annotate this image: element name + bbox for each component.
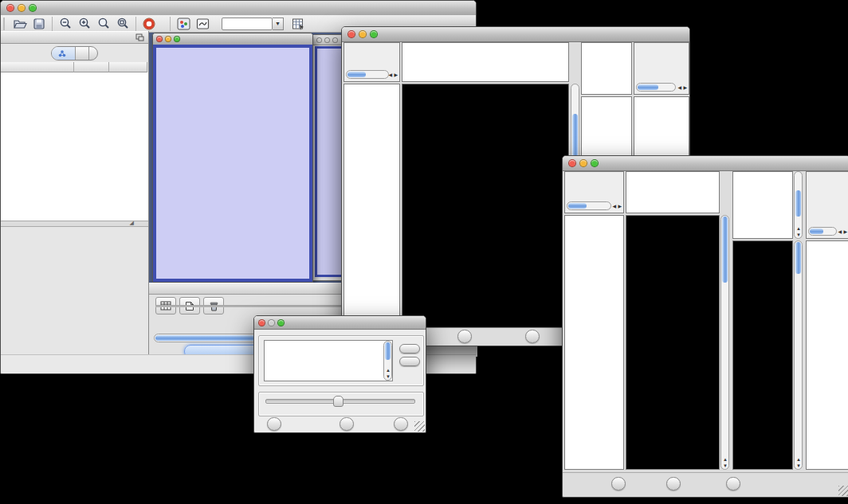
scroll-right-icon[interactable]: ▶ (618, 204, 622, 209)
search-input[interactable] (222, 18, 273, 30)
tab-network[interactable] (52, 47, 76, 60)
zoom-out-icon[interactable] (56, 15, 75, 33)
settings-button[interactable] (611, 477, 626, 490)
scroll-up-icon[interactable]: ▲ (723, 457, 728, 462)
usage-hints-hscroll[interactable] (636, 83, 676, 92)
tv2-column-dendrogram[interactable] (626, 171, 720, 213)
zoom-in-icon[interactable] (75, 15, 94, 33)
tv2-zoom-heatmap[interactable] (732, 240, 793, 470)
export-graphics-button[interactable] (457, 330, 472, 343)
usage-hints-title (807, 172, 848, 174)
flip-tree-button[interactable] (525, 330, 540, 343)
tv2-genelist-vscroll[interactable]: ▲ ▼ (794, 240, 803, 470)
main-title-bar[interactable] (1, 1, 476, 16)
import-table-icon[interactable] (289, 15, 308, 33)
tv2-labels-vscroll[interactable]: ▲ ▼ (794, 171, 803, 239)
tab-overflow-arrow[interactable] (89, 47, 97, 60)
scroll-down-icon[interactable]: ▼ (386, 374, 391, 379)
minimize-icon[interactable] (165, 36, 171, 42)
zoom-window-icon[interactable] (174, 36, 180, 42)
attribute-list-vscroll[interactable]: ▲ ▼ (383, 341, 392, 381)
scroll-right-icon[interactable]: ▶ (683, 85, 687, 90)
col-nodes[interactable] (74, 62, 109, 72)
col-id[interactable] (155, 305, 202, 307)
network-view-titlebar[interactable] (153, 33, 312, 45)
close-icon[interactable] (156, 36, 163, 42)
scroll-left-icon[interactable]: ◀ (838, 229, 842, 234)
tv2-heatmap[interactable] (626, 215, 720, 470)
tv1-yellow-matrix[interactable] (584, 99, 622, 137)
network-view-window[interactable] (152, 33, 313, 283)
view-status-hscroll[interactable] (567, 201, 611, 210)
col-network[interactable] (1, 62, 74, 72)
cytopanel-toggle-icon[interactable] (174, 15, 193, 33)
zoom-window-icon[interactable] (29, 4, 37, 12)
tv2-row-dendrogram[interactable] (564, 215, 624, 470)
close-icon[interactable] (316, 37, 322, 43)
tv1-view-status-panel: ◀ ▶ (344, 42, 400, 82)
close-icon[interactable] (347, 30, 355, 38)
export-graphics-button[interactable] (726, 477, 740, 490)
birdseye-canvas[interactable] (2, 262, 147, 354)
treeview2-titlebar[interactable] (563, 156, 848, 171)
tv1-heatmap[interactable] (402, 84, 569, 328)
move-up-button[interactable] (399, 344, 420, 354)
scroll-left-icon[interactable]: ◀ (612, 204, 616, 209)
toolbar-separator (135, 17, 136, 31)
search-dropdown-icon[interactable]: ▼ (273, 18, 284, 30)
speed-slider-thumb[interactable] (333, 396, 344, 407)
close-icon[interactable] (258, 319, 265, 326)
done-button[interactable] (394, 417, 408, 431)
dialog-titlebar[interactable] (254, 316, 426, 330)
zoom-window-icon[interactable] (591, 159, 599, 167)
resize-grip[interactable] (838, 486, 848, 496)
view-status-hscroll[interactable] (346, 70, 389, 79)
toolbar-grip[interactable] (3, 18, 7, 30)
grid-network-canvas[interactable] (317, 87, 343, 283)
help-lifering-icon[interactable] (139, 15, 159, 33)
scroll-left-icon[interactable]: ◀ (388, 72, 392, 77)
move-down-button[interactable] (399, 357, 420, 366)
scroll-down-icon[interactable]: ▼ (796, 463, 801, 468)
animate-vizmap-button[interactable] (267, 417, 281, 431)
minimize-icon[interactable] (268, 319, 275, 326)
scroll-down-icon[interactable]: ▼ (796, 232, 801, 237)
tv1-row-dendrogram[interactable] (344, 84, 400, 328)
scroll-right-icon[interactable]: ▶ (843, 229, 847, 234)
minimize-icon[interactable] (359, 30, 367, 38)
zoom-selected-icon[interactable] (94, 15, 113, 33)
save-icon[interactable] (29, 15, 49, 33)
minimize-icon[interactable] (579, 159, 587, 167)
treeview2-window: ◀ ▶ ▲ ▼ ▲ ▼ ◀ ▶ (562, 155, 848, 498)
scroll-left-icon[interactable]: ◀ (677, 85, 681, 90)
zoom-window-icon[interactable] (332, 37, 338, 43)
zoom-fit-icon[interactable] (113, 15, 132, 33)
save-data-button[interactable] (666, 477, 681, 490)
network-tab-icon (58, 50, 66, 57)
col-edges[interactable] (109, 62, 147, 72)
scroll-down-icon[interactable]: ▼ (723, 463, 728, 468)
float-panel-icon[interactable] (135, 33, 144, 41)
annotation-icon[interactable] (193, 15, 212, 33)
close-icon[interactable] (568, 159, 576, 167)
scroll-up-icon[interactable]: ▲ (796, 226, 801, 231)
scroll-right-icon[interactable]: ▶ (394, 72, 398, 77)
create-vizmap-button[interactable] (340, 417, 354, 431)
panel-splitter[interactable]: ◢ (1, 221, 148, 227)
minimize-icon[interactable] (324, 37, 330, 43)
minimize-icon[interactable] (18, 4, 26, 12)
tv2-heatmap-vscroll[interactable]: ▲ ▼ (720, 215, 729, 470)
usage-hints-hscroll[interactable] (808, 227, 837, 236)
zoom-window-icon[interactable] (370, 30, 378, 38)
zoom-window-icon[interactable] (277, 319, 285, 326)
open-file-icon[interactable] (10, 15, 29, 33)
tab-vizmapper[interactable] (76, 47, 89, 60)
scroll-up-icon[interactable]: ▲ (386, 368, 391, 373)
attribute-list[interactable] (264, 340, 393, 381)
scroll-up-icon[interactable]: ▲ (796, 457, 801, 462)
resize-grip[interactable] (414, 421, 425, 432)
network-canvas[interactable] (156, 48, 308, 275)
treeview1-titlebar[interactable] (342, 27, 689, 42)
tv1-column-dendrogram[interactable] (402, 42, 569, 82)
close-icon[interactable] (6, 4, 14, 12)
